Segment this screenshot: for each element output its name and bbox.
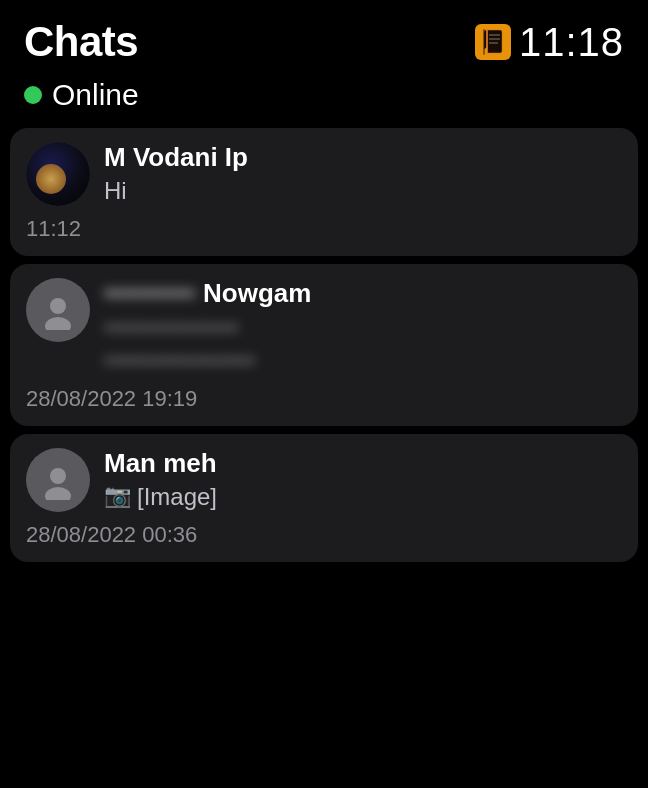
chat-time-3: 28/08/2022 00:36 <box>26 522 622 548</box>
chat-name-1: M Vodani Ip <box>104 142 622 173</box>
chat-time-2: 28/08/2022 19:19 <box>26 386 622 412</box>
chat-time-1: 11:12 <box>26 216 622 242</box>
online-status-row: Online <box>0 74 648 128</box>
chat-content-2: •••••••••• Nowgam •••••••••••••••• •••••… <box>104 278 622 376</box>
chat-item-2[interactable]: •••••••••• Nowgam •••••••••••••••• •••••… <box>10 264 638 426</box>
chat-name-3: Man meh <box>104 448 622 479</box>
avatar-placeholder-3 <box>26 448 90 512</box>
svg-point-9 <box>50 468 66 484</box>
chat-content-1: M Vodani Ip Hi <box>104 142 622 206</box>
image-label: [Image] <box>137 481 217 512</box>
chat-content-3: Man meh 📷 [Image] <box>104 448 622 512</box>
chat-name-blurred-2: •••••••••• <box>104 278 195 309</box>
chat-list: M Vodani Ip Hi 11:12 •••••••••• Nowgam •… <box>0 128 648 570</box>
svg-point-6 <box>50 298 66 314</box>
page-title: Chats <box>24 18 138 66</box>
book-icon <box>475 24 511 60</box>
chat-preview-1: Hi <box>104 175 622 206</box>
chat-item-1[interactable]: M Vodani Ip Hi 11:12 <box>10 128 638 256</box>
chat-preview-2b: •••••••••••••••••• <box>104 345 622 376</box>
online-label: Online <box>52 78 139 112</box>
chat-name-2: Nowgam <box>203 278 311 309</box>
status-bar-right: 11:18 <box>475 20 624 65</box>
chat-item-3[interactable]: Man meh 📷 [Image] 28/08/2022 00:36 <box>10 434 638 562</box>
chat-preview-3: 📷 [Image] <box>104 481 622 512</box>
status-bar: Chats 11:18 <box>0 0 648 74</box>
camera-icon: 📷 <box>104 482 131 511</box>
time-display: 11:18 <box>519 20 624 65</box>
avatar-placeholder-2 <box>26 278 90 342</box>
online-indicator <box>24 86 42 104</box>
avatar-1 <box>26 142 90 206</box>
chat-preview-2: •••••••••••••••• <box>104 312 622 343</box>
